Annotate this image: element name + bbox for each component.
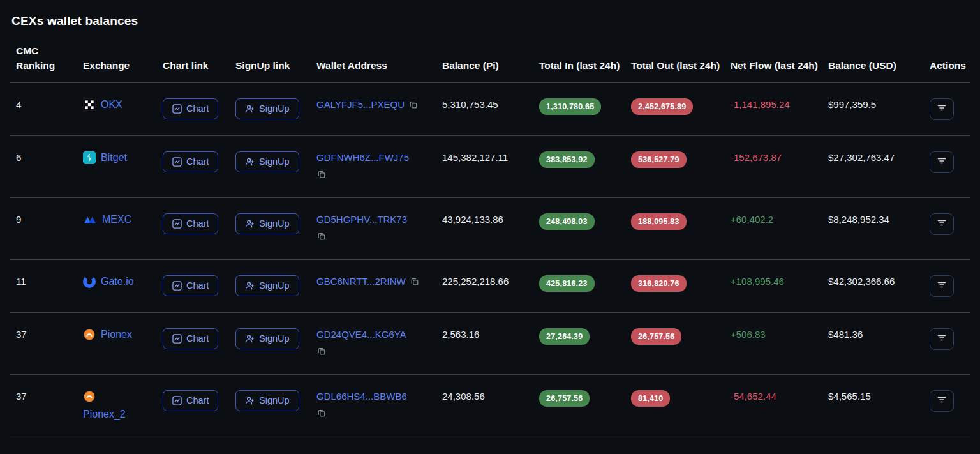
- net-flow-value: +60,402.2: [731, 214, 773, 225]
- cmc-ranking-value: 37: [10, 374, 78, 437]
- copy-icon[interactable]: [317, 231, 432, 244]
- chart-button-label: Chart: [186, 219, 209, 229]
- exchange-link[interactable]: MEXC: [83, 213, 131, 227]
- col-header-balance-usd: Balance (USD): [823, 40, 924, 82]
- chart-icon: [172, 157, 182, 167]
- exchange-name: Bitget: [101, 151, 127, 165]
- actions-button[interactable]: [930, 151, 954, 173]
- total-row: Total 419,896,104.78 2,422,970.77 3,602,…: [10, 437, 970, 454]
- net-flow-value: -152,673.87: [731, 152, 782, 163]
- copy-icon[interactable]: [410, 276, 419, 289]
- total-label: Total: [10, 437, 78, 454]
- balance-usd-value: $27,302,763.47: [823, 135, 924, 197]
- total-out-badge: 188,095.83: [631, 213, 687, 230]
- filter-icon: [937, 156, 947, 168]
- balance-pi-value: 43,924,133.86: [437, 197, 534, 259]
- col-header-wallet-address: Wallet Address: [311, 40, 437, 82]
- actions-button[interactable]: [930, 390, 954, 412]
- actions-button[interactable]: [930, 328, 954, 350]
- total-in-badge: 26,757.56: [539, 390, 590, 407]
- chart-icon: [172, 396, 182, 405]
- signup-button-label: SignUp: [259, 219, 290, 229]
- total-in-sum: 2,422,970.77: [534, 437, 626, 454]
- actions-button[interactable]: [930, 213, 954, 235]
- col-header-total-in: Total In (last 24h): [534, 40, 626, 82]
- chart-button[interactable]: Chart: [163, 213, 218, 234]
- signup-button[interactable]: SignUp: [235, 151, 299, 172]
- copy-icon[interactable]: [317, 408, 432, 421]
- gateio-logo-icon: [83, 275, 96, 288]
- exchange-link[interactable]: OKX: [83, 98, 122, 112]
- cex-balances-table: CMC Ranking Exchange Chart link SignUp l…: [10, 40, 970, 454]
- signup-button-label: SignUp: [259, 334, 290, 344]
- total-in-badge: 27,264.39: [539, 328, 590, 345]
- wallet-address-link[interactable]: GD24QVE4...KG6YA: [316, 329, 406, 340]
- net-flow-value: -1,141,895.24: [731, 99, 790, 110]
- user-plus-icon: [245, 157, 255, 167]
- chart-button-label: Chart: [186, 396, 209, 405]
- actions-button[interactable]: [930, 275, 954, 297]
- wallet-address-link[interactable]: GDL66HS4...BBWB6: [316, 391, 407, 402]
- chart-button[interactable]: Chart: [163, 151, 218, 172]
- chart-button[interactable]: Chart: [163, 328, 218, 349]
- chart-button-label: Chart: [186, 157, 209, 167]
- exchange-link[interactable]: Pionex_2: [83, 390, 152, 422]
- copy-icon[interactable]: [317, 169, 432, 182]
- okx-logo-icon: [83, 98, 96, 111]
- wallet-address-link[interactable]: GD5HGPHV...TRK73: [316, 214, 407, 225]
- cmc-ranking-value: 9: [10, 197, 78, 259]
- chart-button[interactable]: Chart: [163, 275, 218, 296]
- net-flow-value: +506.83: [731, 329, 766, 340]
- balance-pi-value: 225,252,218.66: [437, 259, 534, 312]
- exchange-name: OKX: [101, 98, 122, 112]
- balance-pi-value: 2,563.16: [437, 312, 534, 374]
- cmc-ranking-value: 11: [10, 259, 78, 312]
- bitget-logo-icon: [83, 151, 96, 164]
- chart-icon: [172, 104, 182, 114]
- total-in-badge: 1,310,780.65: [539, 98, 601, 115]
- wallet-address-link[interactable]: GBC6NRTT...2RINW: [316, 276, 406, 287]
- col-header-exchange: Exchange: [78, 40, 158, 82]
- chart-button-label: Chart: [186, 281, 209, 291]
- cmc-ranking-value: 37: [10, 312, 78, 374]
- col-header-signup-link: SignUp link: [230, 40, 311, 82]
- chart-icon: [172, 281, 182, 291]
- chart-button-label: Chart: [186, 104, 209, 114]
- signup-button[interactable]: SignUp: [235, 328, 299, 349]
- balance-usd-value: $997,359.5: [823, 82, 924, 135]
- signup-button-label: SignUp: [259, 281, 290, 291]
- total-balance-usd: $78,856,488.48: [823, 437, 924, 454]
- wallet-address-link[interactable]: GALYFJF5...PXEQU: [316, 99, 405, 110]
- signup-button[interactable]: SignUp: [235, 98, 299, 119]
- pionex-logo-icon: [83, 328, 96, 341]
- exchange-name: Gate.io: [101, 275, 134, 289]
- table-row: 11 Gate.io Chart: [10, 259, 970, 312]
- balance-pi-value: 24,308.56: [437, 374, 534, 437]
- exchange-link[interactable]: Gate.io: [83, 275, 134, 289]
- chart-button[interactable]: Chart: [163, 98, 218, 119]
- chart-button[interactable]: Chart: [163, 390, 218, 411]
- user-plus-icon: [245, 334, 255, 344]
- balance-usd-value: $481.36: [823, 312, 924, 374]
- actions-button[interactable]: [930, 98, 954, 120]
- total-out-badge: 26,757.56: [631, 328, 681, 345]
- signup-button[interactable]: SignUp: [235, 213, 299, 234]
- user-plus-icon: [245, 219, 255, 229]
- table-row: 4 OKX Chart: [10, 82, 970, 135]
- balance-usd-value: $42,302,366.66: [823, 259, 924, 312]
- signup-button[interactable]: SignUp: [235, 390, 299, 411]
- col-header-actions: Actions: [924, 40, 970, 82]
- copy-icon[interactable]: [317, 346, 432, 359]
- user-plus-icon: [245, 281, 255, 291]
- col-header-total-out: Total Out (last 24h): [626, 40, 725, 82]
- copy-icon[interactable]: [409, 100, 418, 112]
- total-in-badge: 425,816.23: [539, 275, 595, 292]
- wallet-address-link[interactable]: GDFNWH6Z...FWJ75: [316, 152, 409, 163]
- total-out-badge: 316,820.76: [631, 275, 687, 292]
- exchange-link[interactable]: Pionex: [83, 328, 132, 342]
- exchange-link[interactable]: Bitget: [83, 151, 127, 165]
- signup-button[interactable]: SignUp: [235, 275, 299, 296]
- page-title: CEXs wallet balances: [10, 0, 970, 40]
- total-in-badge: 383,853.92: [539, 151, 595, 168]
- cmc-ranking-value: 4: [10, 82, 78, 135]
